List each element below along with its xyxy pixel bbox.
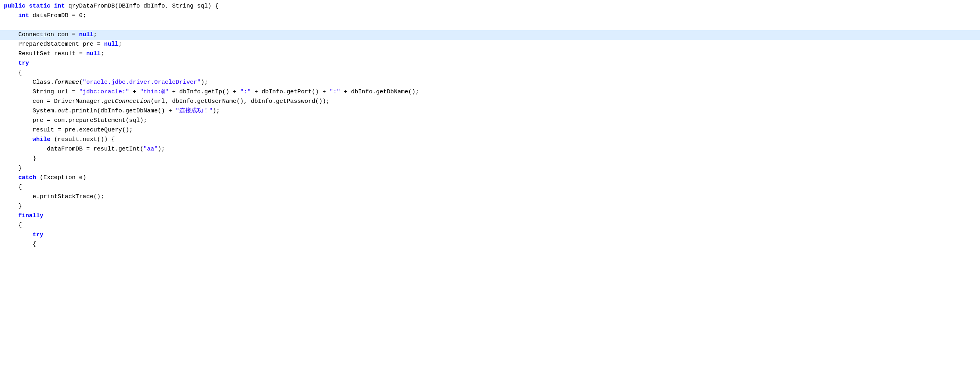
code-token: int — [54, 2, 65, 11]
code-token: { — [4, 183, 22, 192]
code-line: } — [0, 164, 980, 173]
code-token: ; — [118, 40, 122, 49]
code-token: dataFromDB = result.getInt( — [4, 145, 143, 154]
code-token: PreparedStatement pre = — [4, 40, 104, 49]
code-token: } — [4, 164, 22, 173]
code-token: qryDataFromDB(DBInfo dbInfo, String sql)… — [65, 2, 219, 11]
code-line: dataFromDB = result.getInt("aa"); — [0, 145, 980, 154]
code-line: finally — [0, 211, 980, 221]
code-line — [0, 21, 980, 30]
code-token: ResultSet result = — [4, 49, 86, 58]
code-token: { — [4, 221, 22, 230]
code-line: public static int qryDataFromDB(DBInfo d… — [0, 2, 980, 11]
code-line: int dataFromDB = 0; — [0, 11, 980, 21]
code-token: ; — [93, 30, 97, 39]
code-line: while (result.next()) { — [0, 135, 980, 145]
code-token: + dbInfo.getDbName(); — [340, 87, 419, 96]
code-token: "oracle.jdbc.driver.OracleDriver" — [83, 78, 201, 87]
code-token: dataFromDB = 0; — [29, 11, 86, 20]
code-token — [4, 59, 18, 68]
code-line: try — [0, 59, 980, 68]
code-line: pre = con.prepareStatement(sql); — [0, 116, 980, 125]
code-token: result = pre.executeQuery(); — [4, 125, 133, 135]
code-token: ":" — [329, 87, 340, 96]
code-token: ); — [201, 78, 208, 87]
code-token: null — [79, 30, 93, 39]
code-token: pre = con.prepareStatement(sql); — [4, 116, 147, 125]
code-token: Class. — [4, 78, 54, 87]
code-token: { — [4, 240, 36, 249]
code-line: result = pre.executeQuery(); — [0, 125, 980, 135]
code-token — [4, 211, 18, 220]
code-token: "thin:@" — [140, 87, 168, 96]
code-token: finally — [18, 211, 43, 220]
code-token: + dbInfo.getIp() + — [168, 87, 240, 96]
code-token: forName — [54, 78, 79, 87]
code-token: .println(dbInfo.getDbName() + — [68, 106, 176, 116]
code-token: getConnection — [104, 97, 151, 106]
code-token: (Exception e) — [36, 173, 86, 182]
code-token: catch — [18, 173, 36, 182]
code-token: Connection con = — [4, 30, 79, 39]
code-token: e.printStackTrace(); — [4, 192, 104, 201]
code-token — [4, 11, 18, 20]
code-line: catch (Exception e) — [0, 173, 980, 183]
code-token — [4, 173, 18, 182]
code-token: public static — [4, 2, 54, 11]
code-editor: public static int qryDataFromDB(DBInfo d… — [0, 0, 980, 386]
code-line: { — [0, 183, 980, 192]
code-token: int — [18, 11, 29, 20]
code-token: con = DriverManager. — [4, 97, 104, 106]
code-line: PreparedStatement pre = null; — [0, 40, 980, 49]
code-line: try — [0, 230, 980, 240]
code-token: } — [4, 154, 36, 163]
code-line: { — [0, 240, 980, 249]
code-token: + dbInfo.getPort() + — [251, 87, 329, 96]
code-token: ( — [79, 78, 83, 87]
code-line: String url = "jdbc:oracle:" + "thin:@" +… — [0, 87, 980, 97]
code-token: { — [4, 68, 22, 77]
code-token: try — [18, 59, 29, 68]
code-token: + — [129, 87, 140, 96]
code-token: ); — [213, 106, 220, 116]
code-line: ResultSet result = null; — [0, 49, 980, 59]
code-token: ); — [158, 145, 165, 154]
code-token: ; — [101, 49, 104, 58]
code-token — [4, 230, 33, 239]
code-token: null — [104, 40, 118, 49]
code-line: } — [0, 154, 980, 164]
code-line: Class.forName("oracle.jdbc.driver.Oracle… — [0, 78, 980, 87]
code-token: out — [58, 106, 68, 116]
code-line: con = DriverManager.getConnection(url, d… — [0, 97, 980, 106]
code-token: System. — [4, 106, 58, 116]
code-line: System.out.println(dbInfo.getDbName() + … — [0, 106, 980, 116]
code-token: while — [33, 135, 50, 144]
code-token: } — [4, 202, 22, 211]
code-token — [4, 135, 33, 144]
code-line: { — [0, 68, 980, 78]
code-token: "连接成功！" — [176, 106, 213, 116]
code-token: "aa" — [143, 145, 158, 154]
code-line: e.printStackTrace(); — [0, 192, 980, 202]
code-token: try — [33, 230, 43, 239]
code-token: (url, dbInfo.getUserName(), dbInfo.getPa… — [151, 97, 329, 106]
code-token: (result.next()) { — [50, 135, 115, 144]
code-token: ":" — [240, 87, 251, 96]
code-line: Connection con = null; — [0, 30, 980, 40]
code-line: { — [0, 221, 980, 230]
code-line: } — [0, 202, 980, 211]
code-token: null — [86, 49, 101, 58]
code-token: "jdbc:oracle:" — [79, 87, 129, 96]
code-token: String url = — [4, 87, 79, 96]
